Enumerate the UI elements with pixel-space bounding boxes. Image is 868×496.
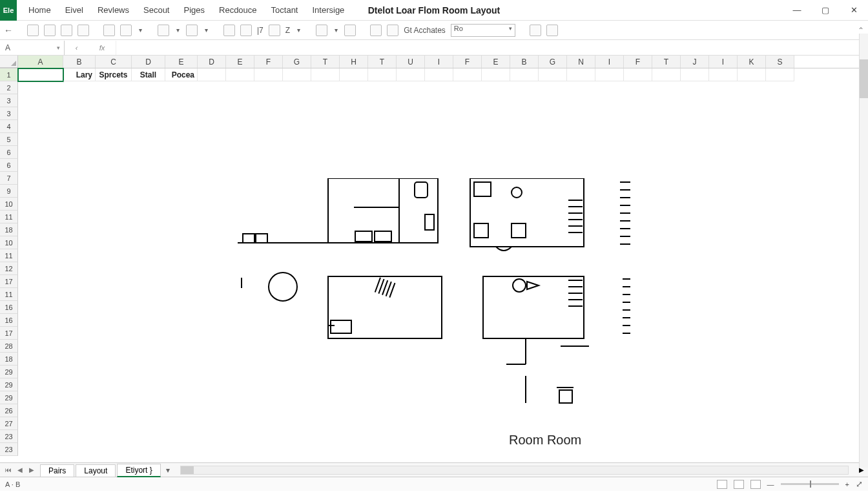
cell[interactable] (766, 68, 794, 81)
column-header[interactable]: F (453, 56, 482, 68)
menu-toctant[interactable]: Toctant (271, 5, 298, 15)
spreadsheet-grid[interactable]: ABCDEDEFGTHTUIFEBGNIFTJIKS 1233456679101… (0, 56, 868, 462)
tool-button[interactable] (344, 25, 356, 36)
column-header[interactable]: T (368, 56, 397, 68)
cell[interactable] (709, 68, 738, 81)
column-header[interactable]: F (254, 56, 283, 68)
fx-cancel-icon[interactable]: ‹ (76, 44, 78, 52)
tool-button[interactable] (240, 25, 252, 36)
vertical-scrollbar[interactable] (859, 34, 868, 468)
column-header[interactable]: K (738, 56, 766, 68)
column-header[interactable]: G (539, 56, 567, 68)
column-header[interactable]: B (63, 56, 96, 68)
tool-button[interactable] (103, 25, 115, 36)
menu-eivel[interactable]: Eivel (65, 5, 83, 15)
row-header[interactable]: 17 (0, 275, 18, 288)
view-break-icon[interactable] (750, 480, 761, 489)
row-header[interactable]: 6 (0, 146, 18, 159)
tool-button[interactable] (387, 25, 398, 36)
column-header[interactable]: U (397, 56, 425, 68)
tool-button[interactable] (223, 25, 235, 36)
cell[interactable] (738, 68, 766, 81)
column-header[interactable]: E (165, 56, 198, 68)
row-header[interactable]: 4 (0, 120, 18, 133)
menu-intersige[interactable]: Intersige (312, 5, 344, 15)
row-header[interactable]: 5 (0, 133, 18, 146)
column-header[interactable]: A (18, 56, 63, 68)
row-header[interactable]: 26 (0, 404, 18, 417)
cell[interactable] (397, 68, 425, 81)
column-header[interactable]: D (132, 56, 165, 68)
row-header[interactable]: 28 (0, 340, 18, 353)
cell[interactable]: Pocea (165, 68, 198, 81)
cell[interactable] (368, 68, 397, 81)
sheet-tab[interactable]: Layout (76, 464, 116, 477)
column-header[interactable]: D (198, 56, 226, 68)
cell[interactable] (18, 68, 63, 81)
column-header[interactable]: G (283, 56, 311, 68)
cell[interactable] (283, 68, 311, 81)
row-header[interactable]: 29 (0, 378, 18, 391)
tool-button[interactable] (370, 25, 382, 36)
tool-button[interactable] (44, 25, 56, 36)
tool-button[interactable] (186, 25, 198, 36)
row-header[interactable]: 29 (0, 366, 18, 378)
cell[interactable] (226, 68, 254, 81)
fx-icon[interactable]: fx (99, 44, 105, 52)
tool-button[interactable] (316, 25, 327, 36)
menu-home[interactable]: Home (28, 5, 51, 15)
cell[interactable]: Sprcets (96, 68, 132, 81)
row-header[interactable]: 23 (0, 430, 18, 443)
row-header[interactable]: 11 (0, 288, 18, 301)
column-header[interactable]: E (226, 56, 254, 68)
cell[interactable] (425, 68, 453, 81)
dropdown-icon[interactable]: ▾ (295, 26, 302, 34)
tool-button[interactable] (269, 25, 280, 36)
column-header[interactable]: J (681, 56, 709, 68)
sheet-tab[interactable]: Pairs (40, 464, 74, 477)
close-button[interactable]: ✕ (840, 0, 868, 21)
row-header[interactable]: 2 (0, 81, 18, 94)
row-header[interactable]: 18 (0, 353, 18, 366)
zoom-slider[interactable] (781, 483, 839, 485)
dropdown-icon[interactable]: ▾ (137, 26, 143, 34)
dropdown-icon[interactable]: ▾ (174, 26, 181, 34)
style-select[interactable]: Ro (451, 24, 515, 37)
dropdown-icon[interactable]: ▾ (203, 26, 209, 34)
row-header[interactable]: 11 (0, 249, 18, 262)
column-header[interactable]: H (340, 56, 368, 68)
column-header[interactable]: T (311, 56, 340, 68)
cell[interactable] (198, 68, 226, 81)
cell[interactable] (681, 68, 709, 81)
tool-button[interactable] (27, 25, 39, 36)
row-header[interactable]: 3 (0, 107, 18, 120)
cell[interactable]: Stall (132, 68, 165, 81)
cell[interactable] (652, 68, 681, 81)
tool-button[interactable] (78, 25, 89, 36)
column-header[interactable]: E (482, 56, 510, 68)
tool-button[interactable] (530, 25, 541, 36)
column-header[interactable]: N (567, 56, 595, 68)
view-normal-icon[interactable] (717, 480, 727, 489)
column-header[interactable]: I (425, 56, 453, 68)
maximize-button[interactable]: ▢ (811, 0, 840, 21)
column-header[interactable]: I (709, 56, 738, 68)
row-header[interactable]: 16 (0, 301, 18, 314)
cell[interactable] (539, 68, 567, 81)
row-header[interactable]: 1 (0, 68, 18, 81)
row-header[interactable]: 12 (0, 262, 18, 275)
row-header[interactable]: 18 (0, 223, 18, 236)
row-header[interactable]: 27 (0, 417, 18, 430)
tool-button[interactable] (546, 25, 558, 36)
tab-nav-first-icon[interactable]: ⏮ (4, 466, 13, 473)
cell[interactable] (453, 68, 482, 81)
row-header[interactable]: 6 (0, 159, 18, 172)
row-header[interactable]: 3 (0, 94, 18, 107)
row-header[interactable]: 9 (0, 185, 18, 198)
row-header[interactable]: 29 (0, 391, 18, 404)
zoom-in-icon[interactable]: + (845, 480, 849, 488)
add-sheet-icon[interactable]: ▾ (162, 466, 174, 475)
cell[interactable] (510, 68, 539, 81)
menu-reviews[interactable]: Revlews (98, 5, 129, 15)
cell[interactable] (340, 68, 368, 81)
